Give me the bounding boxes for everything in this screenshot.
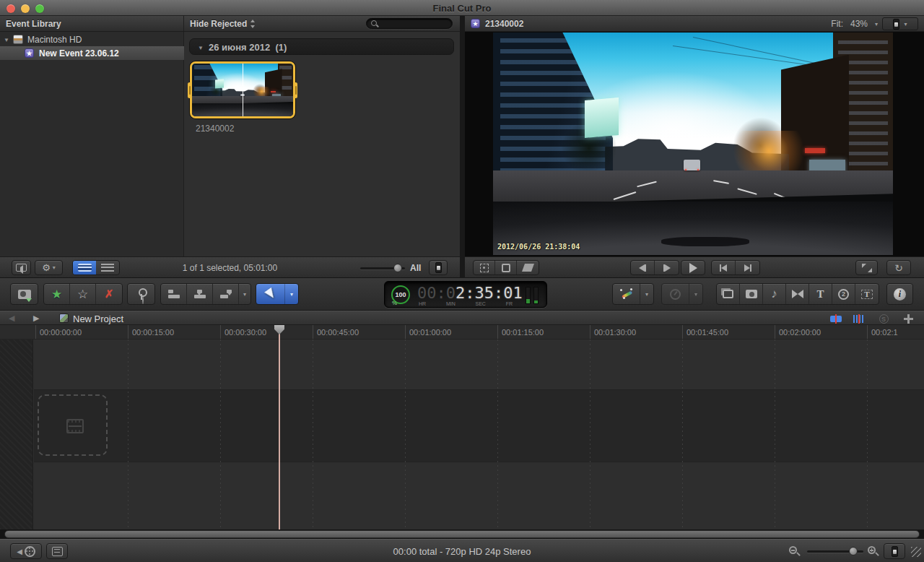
event-group-header[interactable]: ▼ 26 июня 2012 (1) xyxy=(189,38,454,55)
unit-hr: HR xyxy=(419,301,426,306)
generators-browser-button[interactable]: 2 xyxy=(832,284,855,304)
ruler-label: 00:01:45:00 xyxy=(687,328,728,337)
tool-select-button[interactable]: ▾ xyxy=(256,283,299,305)
crop-icon xyxy=(502,264,510,272)
ruler-label: 00:00:15:00 xyxy=(132,328,174,337)
ruler-label: 00:01:30:00 xyxy=(594,328,636,337)
trim-handle-left[interactable] xyxy=(188,82,191,98)
retime-icon xyxy=(670,289,681,300)
viewer-options-caret-icon: ▾ xyxy=(904,21,907,27)
caret-down-icon: ▾ xyxy=(243,291,246,298)
audio-meters[interactable] xyxy=(526,287,539,304)
filter-popup[interactable]: Hide Rejected xyxy=(190,19,256,29)
timeline-ruler[interactable]: 00:00:00:00 00:00:15:00 00:00:30:00 00:0… xyxy=(0,325,924,340)
retime-caret-icon: ▾ xyxy=(694,291,697,298)
import-media-button[interactable] xyxy=(10,283,38,305)
enhancements-caret-icon: ▾ xyxy=(645,291,648,298)
transform-button[interactable] xyxy=(474,261,495,274)
fullscreen-button[interactable] xyxy=(855,260,878,275)
zoom-out-button[interactable] xyxy=(789,546,797,554)
reject-button[interactable]: ✗ xyxy=(96,284,122,304)
retime-button[interactable]: ▾ xyxy=(661,283,703,305)
sidebar-item-macintosh-hd[interactable]: ▼ Macintosh HD xyxy=(0,33,184,46)
viewer-video-area[interactable]: 2012/06/26 21:38:04 xyxy=(465,32,924,256)
insert-edit-icon xyxy=(194,290,206,298)
trim-handle-right[interactable] xyxy=(294,82,297,98)
solo-toggle[interactable]: S xyxy=(873,313,894,324)
transitions-browser-button[interactable] xyxy=(786,284,809,304)
transform-icon xyxy=(480,264,489,272)
search-input[interactable] xyxy=(366,18,453,29)
rating-group: ★ ☆ ✗ xyxy=(43,283,123,305)
video-skimming-toggle[interactable] xyxy=(826,313,846,324)
event-star-icon: ★ xyxy=(25,48,34,58)
snapping-toggle[interactable] xyxy=(898,313,918,324)
inspector-button[interactable]: i xyxy=(886,283,913,305)
hard-drive-icon xyxy=(13,35,23,44)
timeline-scrollbar-thumb[interactable] xyxy=(4,530,920,538)
project-duration-status: 00:00 total - 720p HD 24p Stereo xyxy=(0,546,924,557)
timeline-scrollbar-track[interactable] xyxy=(0,529,924,539)
play-button[interactable] xyxy=(681,260,705,275)
keyword-editor-button[interactable] xyxy=(127,283,155,305)
play-icon xyxy=(689,263,697,273)
append-edit-button[interactable] xyxy=(213,284,239,304)
resize-grip[interactable] xyxy=(911,547,921,557)
viewer-options-button[interactable]: ▾ xyxy=(882,17,918,30)
edit-options-caret-button[interactable]: ▾ xyxy=(239,284,250,304)
connect-edit-icon xyxy=(168,290,180,298)
photos-browser-button[interactable] xyxy=(740,284,763,304)
duration-slider-knob[interactable] xyxy=(393,264,402,272)
zoom-slider-knob[interactable] xyxy=(849,547,858,555)
zoom-in-icon xyxy=(868,546,876,554)
next-edit-icon xyxy=(744,264,750,272)
distort-button[interactable] xyxy=(517,261,539,274)
crop-button[interactable] xyxy=(495,261,517,274)
timeline-back-button[interactable]: ◀ xyxy=(9,314,14,323)
next-edit-button[interactable] xyxy=(736,261,759,274)
zoom-in-button[interactable] xyxy=(868,546,876,554)
timeline-area[interactable] xyxy=(0,340,924,529)
enhancements-button[interactable]: ▾ xyxy=(612,283,654,305)
previous-edit-icon xyxy=(721,264,727,272)
window-titlebar[interactable]: Final Cut Pro xyxy=(0,0,924,16)
window-bottom-bar: ◀ 00:00 total - 720p HD 24p Stereo xyxy=(0,539,924,562)
fit-label: Fit: xyxy=(831,19,843,29)
timeline-zoom-slider[interactable] xyxy=(807,550,863,553)
camera-icon xyxy=(746,290,757,298)
previous-edit-button[interactable] xyxy=(712,261,736,274)
timecode-display[interactable]: 100% 00:02:35:01 HR MIN SEC FR xyxy=(384,281,547,308)
playhead-line[interactable] xyxy=(279,325,280,529)
music-browser-button[interactable]: ♪ xyxy=(763,284,786,304)
audio-skimming-toggle[interactable] xyxy=(849,313,869,324)
fullscreen-icon xyxy=(862,264,872,272)
film-placeholder-icon xyxy=(66,419,84,433)
favorite-button[interactable]: ★ xyxy=(44,284,70,304)
effects-browser-button[interactable] xyxy=(717,284,740,304)
ruler-label: 00:02:1 xyxy=(871,328,898,337)
disclosure-triangle-icon[interactable]: ▼ xyxy=(4,37,9,43)
sidebar-item-new-event[interactable]: ★ New Event 23.06.12 xyxy=(0,46,184,60)
effects-icon xyxy=(723,290,733,298)
clip-appearance-button[interactable] xyxy=(429,260,448,275)
next-frame-button[interactable] xyxy=(655,261,679,274)
previous-frame-button[interactable] xyxy=(631,261,655,274)
previous-frame-icon xyxy=(639,264,645,272)
titles-browser-button[interactable]: T xyxy=(809,284,832,304)
panel-divider[interactable] xyxy=(460,16,465,278)
thumbnail-duration-slider[interactable] xyxy=(360,267,405,269)
insert-edit-button[interactable] xyxy=(187,284,213,304)
group-disclosure-icon[interactable]: ▼ xyxy=(198,45,204,51)
loop-icon: ↻ xyxy=(894,262,903,274)
themes-browser-button[interactable]: T xyxy=(855,284,879,304)
background-tasks-dial[interactable]: 100% xyxy=(391,285,410,304)
clip-thumbnail[interactable] xyxy=(190,61,295,118)
empty-storyline-placeholder[interactable] xyxy=(38,394,108,456)
loop-playback-button[interactable]: ↻ xyxy=(886,260,911,275)
connect-edit-button[interactable] xyxy=(161,284,187,304)
ruler-label: 00:00:00:00 xyxy=(40,328,82,337)
unrate-button[interactable]: ☆ xyxy=(70,284,96,304)
zoom-level-popup[interactable]: 43% xyxy=(850,19,868,29)
clip-appearance-button-timeline[interactable] xyxy=(884,543,905,559)
timeline-forward-button[interactable]: ▶ xyxy=(33,314,39,323)
